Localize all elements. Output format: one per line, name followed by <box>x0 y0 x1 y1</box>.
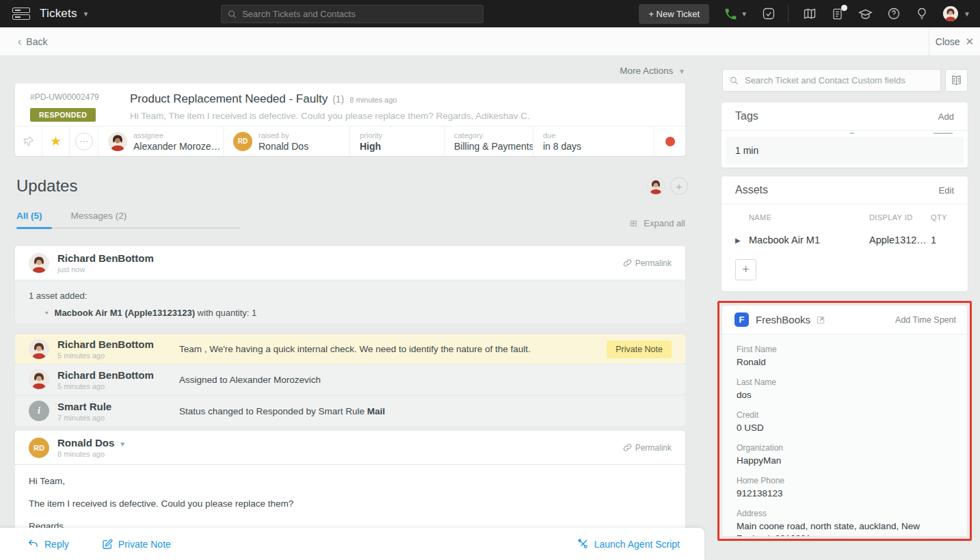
expand-all-button[interactable]: ⊞ Expand all <box>602 218 685 228</box>
add-time-spent-link[interactable]: Add Time Spent <box>895 315 956 325</box>
user-avatar[interactable] <box>943 6 958 21</box>
update-assignment-row[interactable]: Richard BenBottom 5 minutes ago Assigned… <box>15 364 685 395</box>
note-pencil-icon <box>102 539 113 550</box>
link-icon <box>623 258 632 267</box>
private-note-label: Private Note <box>118 539 171 550</box>
update-asset-card: Richard BenBottom just now Permalink 1 a… <box>15 246 685 317</box>
external-link-icon[interactable] <box>816 315 825 325</box>
assets-col-qty: QTY <box>931 213 947 222</box>
update-smart-rule-row[interactable]: i Smart Rule 7 minutes ago Status change… <box>15 396 685 426</box>
ticket-toolbar: ‹ Back Close ✕ <box>0 27 980 56</box>
update-private-note-row[interactable]: Richard BenBottom 5 minutes ago Team , W… <box>15 334 685 364</box>
whats-new-bulb-icon[interactable] <box>915 7 929 21</box>
tags-add-link[interactable]: Add <box>938 111 954 122</box>
link-icon <box>623 443 632 452</box>
field-label: Credit <box>737 410 953 420</box>
ticket-age: 8 minutes ago <box>349 96 397 104</box>
tab-all[interactable]: All (5) <box>16 211 42 229</box>
author-name[interactable]: Richard BenBottom <box>57 369 165 381</box>
freshbooks-title: FreshBooks <box>756 314 810 325</box>
top-navigation-bar: Tickets ▼ + New Ticket ▼ <box>0 0 980 27</box>
due-property[interactable]: due in 8 days <box>533 126 654 156</box>
author-name[interactable]: Richard BenBottom <box>57 338 165 350</box>
phone-icon[interactable]: ▼ <box>724 7 747 21</box>
module-caret-down-icon[interactable]: ▼ <box>83 10 90 18</box>
tab-underline-track <box>16 227 241 229</box>
update-time: 5 minutes ago <box>57 351 165 360</box>
message-line: Hi Team, <box>29 476 672 486</box>
asset-table-row[interactable]: ▶ Macbook Air M1 Apple1312… 1 <box>735 235 954 245</box>
tags-title: Tags <box>735 110 758 122</box>
category-property[interactable]: category Billing & Payments <box>445 126 533 156</box>
star-icon[interactable]: ★ <box>50 133 62 149</box>
freshbooks-field: First Name Ronald <box>737 345 953 369</box>
book-layout-icon <box>951 75 962 86</box>
help-icon[interactable] <box>887 7 901 21</box>
freshbooks-field: Address Main coone road, north state, au… <box>737 509 953 536</box>
update-time: 8 minutes ago <box>57 450 126 458</box>
add-participant-button[interactable]: + <box>670 177 688 195</box>
global-search[interactable] <box>221 5 484 23</box>
academy-cap-icon[interactable] <box>858 7 873 21</box>
assets-col-name: NAME <box>735 213 869 222</box>
user-caret-down-icon[interactable]: ▼ <box>964 10 970 18</box>
permalink-link[interactable]: Permalink <box>623 443 672 453</box>
pin-icon[interactable] <box>23 135 34 147</box>
freshbooks-logo-icon: F <box>734 312 749 327</box>
tag-value-row[interactable]: 1 min <box>726 137 964 164</box>
assignee-property[interactable]: assignee Alexander Moroze… <box>98 126 224 156</box>
new-ticket-button[interactable]: + New Ticket <box>639 4 709 24</box>
tab-messages[interactable]: Messages (2) <box>71 211 127 229</box>
message-line: The item I received is defective. Could … <box>29 498 672 509</box>
ticket-thread-count: (1) <box>332 94 344 105</box>
asset-item-name: Macbook Air M1 (Apple13123123) <box>55 308 195 318</box>
map-icon[interactable] <box>803 7 817 21</box>
more-actions-dropdown[interactable]: More Actions ▼ <box>588 66 685 76</box>
message-line: Regards, <box>29 521 672 528</box>
permalink-label: Permalink <box>635 258 672 268</box>
app-menu-icon[interactable] <box>12 8 30 20</box>
author-avatar <box>29 369 49 390</box>
raised-by-property[interactable]: RD raised by Ronald Dos <box>224 126 350 156</box>
rule-text-prefix: Status changed to Responded by Smart Rul… <box>179 406 367 416</box>
priority-property[interactable]: priority High <box>350 126 445 156</box>
launch-agent-script-button[interactable]: Launch Agent Script <box>577 538 680 550</box>
permalink-link[interactable]: Permalink <box>623 258 672 268</box>
fields-layout-button[interactable] <box>945 69 968 92</box>
close-button[interactable]: Close ✕ <box>929 27 980 55</box>
author-name[interactable]: Ronald Dos▼ <box>57 437 126 449</box>
row-expand-caret-icon[interactable]: ▶ <box>735 237 749 244</box>
back-button[interactable]: ‹ Back <box>18 36 47 48</box>
asset-qty: 1 <box>931 235 936 245</box>
private-note-button[interactable]: Private Note <box>102 539 171 550</box>
tasks-check-icon[interactable] <box>762 7 776 21</box>
phone-caret-down-icon[interactable]: ▼ <box>741 10 747 18</box>
global-search-input[interactable] <box>242 9 477 19</box>
reply-button[interactable]: Reply <box>27 538 69 550</box>
priority-label: priority <box>360 131 382 139</box>
add-asset-button[interactable]: + <box>735 259 756 280</box>
field-label: First Name <box>737 345 953 354</box>
module-title[interactable]: Tickets <box>40 7 77 21</box>
author-caret-down-icon[interactable]: ▼ <box>119 440 126 448</box>
field-label: Home Phone <box>737 476 953 485</box>
assets-title: Assets <box>735 184 768 196</box>
notes-icon[interactable] <box>831 8 844 21</box>
composer-bar: Reply Private Note Launch Agent Script <box>0 528 704 560</box>
participant-avatar[interactable] <box>647 177 665 195</box>
updates-tabs: All (5) Messages (2) <box>16 211 155 229</box>
ellipsis-icon[interactable]: ⋯ <box>75 133 93 150</box>
custom-fields-search[interactable] <box>722 69 941 92</box>
reply-icon <box>27 538 39 550</box>
sla-red-dot-icon[interactable] <box>665 137 675 146</box>
assignee-value: Alexander Moroze… <box>133 141 221 152</box>
field-label: Last Name <box>737 377 953 387</box>
ticket-properties-row: ★ ⋯ assignee Alexander Moroze… RD raised… <box>15 126 685 156</box>
active-tab-underline <box>16 227 52 229</box>
reply-label: Reply <box>44 539 69 550</box>
bullet-icon: • <box>45 308 49 318</box>
author-name[interactable]: Richard BenBottom <box>57 252 154 264</box>
assignee-avatar <box>108 132 127 151</box>
assets-edit-link[interactable]: Edit <box>939 185 954 196</box>
custom-fields-search-input[interactable] <box>745 75 933 85</box>
